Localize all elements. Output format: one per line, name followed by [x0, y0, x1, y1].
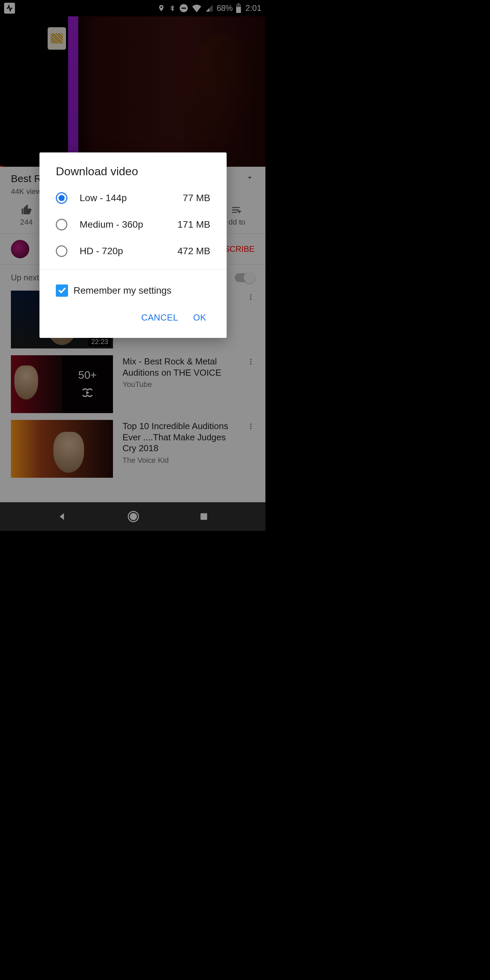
- radio-selected-icon[interactable]: [56, 192, 67, 204]
- quality-label: Medium - 360p: [80, 219, 165, 230]
- quality-option-hd[interactable]: HD - 720p 472 MB: [40, 238, 227, 264]
- quality-option-medium[interactable]: Medium - 360p 171 MB: [40, 211, 227, 238]
- radio-unselected-icon[interactable]: [56, 219, 67, 231]
- dialog-actions: CANCEL OK: [40, 300, 227, 338]
- quality-size: 472 MB: [178, 246, 211, 256]
- remember-label: Remember my settings: [73, 285, 172, 296]
- quality-label: HD - 720p: [80, 246, 165, 256]
- dialog-title: Download video: [40, 153, 227, 185]
- remember-settings-row[interactable]: Remember my settings: [40, 269, 227, 300]
- download-video-dialog: Download video Low - 144p 77 MB Medium -…: [40, 153, 227, 338]
- quality-option-low[interactable]: Low - 144p 77 MB: [40, 185, 227, 211]
- quality-size: 171 MB: [178, 219, 211, 230]
- checkbox-checked-icon[interactable]: [56, 285, 68, 297]
- radio-unselected-icon[interactable]: [56, 245, 67, 257]
- cancel-button[interactable]: CANCEL: [141, 312, 178, 323]
- quality-label: Low - 144p: [80, 192, 170, 204]
- quality-size: 77 MB: [183, 192, 210, 204]
- ok-button[interactable]: OK: [193, 312, 206, 323]
